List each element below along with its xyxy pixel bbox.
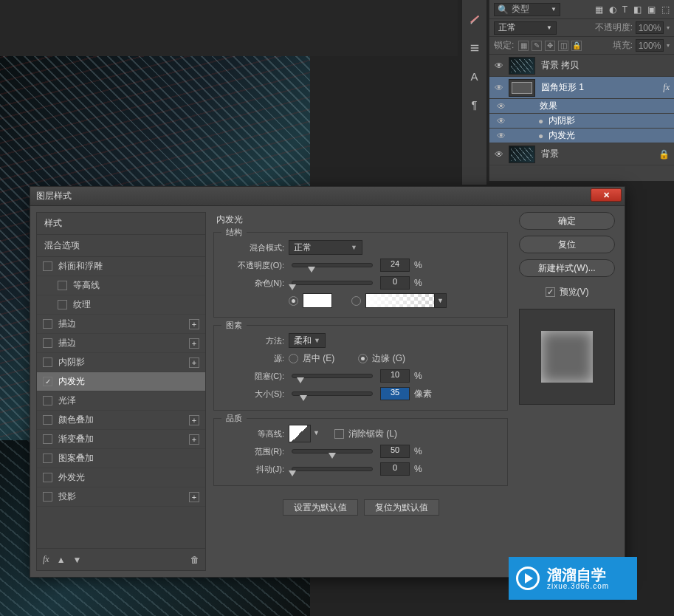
chevron-down-icon[interactable]: ▾ bbox=[667, 42, 670, 49]
ok-button[interactable]: 确定 bbox=[519, 212, 615, 230]
style-item[interactable]: 纹理 bbox=[37, 295, 205, 315]
lock-pos-icon[interactable]: ✥ bbox=[545, 41, 555, 51]
new-style-button[interactable]: 新建样式(W)... bbox=[519, 259, 615, 277]
choke-slider[interactable] bbox=[292, 374, 373, 378]
effect-group[interactable]: 👁 效果 bbox=[489, 99, 674, 114]
preview-toggle[interactable]: 预览(V) bbox=[546, 286, 589, 298]
technique-select[interactable]: 柔和▼ bbox=[289, 333, 326, 348]
style-item[interactable]: 光泽 bbox=[37, 391, 205, 411]
paragraph-panel-icon[interactable]: ¶ bbox=[466, 95, 484, 113]
visibility-icon[interactable]: 👁 bbox=[492, 116, 510, 126]
style-checkbox[interactable] bbox=[43, 377, 52, 386]
fill-value[interactable]: 100% bbox=[636, 39, 664, 52]
noise-slider[interactable] bbox=[292, 281, 373, 285]
style-checkbox[interactable] bbox=[43, 338, 52, 348]
add-effect-icon[interactable]: + bbox=[189, 492, 199, 502]
chevron-down-icon[interactable]: ▼ bbox=[313, 429, 320, 437]
gradient-swatch[interactable]: ▼ bbox=[365, 293, 447, 308]
add-effect-icon[interactable]: + bbox=[189, 338, 199, 349]
lock-trans-icon[interactable]: ▦ bbox=[518, 41, 529, 51]
style-checkbox[interactable] bbox=[43, 261, 52, 271]
layer-row[interactable]: 👁 背景 🔒 bbox=[489, 143, 674, 165]
opacity-value[interactable]: 100% bbox=[636, 21, 664, 34]
character-panel-icon[interactable]: A bbox=[466, 67, 484, 85]
layer-thumbnail[interactable] bbox=[509, 57, 535, 75]
choke-input[interactable]: 10 bbox=[380, 369, 410, 383]
dialog-titlebar[interactable]: 图层样式 ✕ bbox=[30, 187, 625, 206]
effect-item[interactable]: 👁 ● 内发光 bbox=[489, 129, 674, 143]
gradient-radio[interactable] bbox=[351, 296, 361, 306]
style-item[interactable]: 内发光 bbox=[37, 372, 205, 391]
reset-button[interactable]: 复位 bbox=[519, 236, 615, 253]
filter-pixel-icon[interactable]: ▦ bbox=[595, 4, 603, 15]
effect-item[interactable]: 👁 ● 内阴影 bbox=[489, 114, 674, 129]
visibility-icon[interactable]: 👁 bbox=[492, 101, 510, 112]
style-item[interactable]: 图案叠加 bbox=[37, 449, 205, 468]
blending-options[interactable]: 混合选项 bbox=[37, 235, 205, 257]
blend-mode-select[interactable]: 正常 ▼ bbox=[494, 21, 557, 35]
styles-header[interactable]: 样式 bbox=[37, 213, 205, 235]
color-swatch[interactable] bbox=[303, 293, 332, 308]
style-item[interactable]: 描边+ bbox=[37, 334, 205, 353]
range-input[interactable]: 50 bbox=[380, 445, 410, 458]
move-down-icon[interactable]: ▼ bbox=[73, 555, 82, 565]
antialias-checkbox[interactable] bbox=[334, 429, 344, 439]
lock-pixels-icon[interactable]: ✎ bbox=[532, 41, 542, 51]
style-item[interactable]: 外发光 bbox=[37, 468, 205, 487]
style-item[interactable]: 投影+ bbox=[37, 487, 205, 507]
layer-row[interactable]: 👁 圆角矩形 1 fx bbox=[489, 77, 674, 99]
style-checkbox[interactable] bbox=[58, 281, 67, 290]
add-effect-icon[interactable]: + bbox=[189, 415, 199, 425]
style-item[interactable]: 斜面和浮雕 bbox=[37, 257, 205, 276]
jitter-slider[interactable] bbox=[292, 467, 373, 471]
contour-picker[interactable]: ▼ bbox=[289, 425, 311, 442]
layer-thumbnail[interactable] bbox=[509, 146, 535, 163]
filter-artboard-icon[interactable]: ⬚ bbox=[661, 4, 670, 15]
filter-shape-icon[interactable]: ◧ bbox=[633, 4, 642, 15]
opacity-input[interactable]: 24 bbox=[380, 259, 410, 272]
style-checkbox[interactable] bbox=[43, 357, 52, 367]
style-checkbox[interactable] bbox=[43, 492, 52, 502]
style-checkbox[interactable] bbox=[43, 454, 52, 463]
range-slider[interactable] bbox=[292, 449, 373, 454]
style-item[interactable]: 描边+ bbox=[37, 315, 205, 334]
panel-icon[interactable] bbox=[466, 39, 484, 57]
style-item[interactable]: 颜色叠加+ bbox=[37, 411, 205, 430]
style-checkbox[interactable] bbox=[43, 319, 52, 329]
filter-type-icon[interactable]: T bbox=[622, 4, 627, 15]
source-edge-radio[interactable] bbox=[358, 354, 368, 363]
lock-nest-icon[interactable]: ◫ bbox=[558, 41, 568, 51]
fx-badge[interactable]: fx bbox=[663, 82, 670, 93]
chevron-down-icon[interactable]: ▾ bbox=[667, 24, 670, 31]
visibility-icon[interactable]: 👁 bbox=[489, 149, 509, 160]
blend-mode-select[interactable]: 正常▼ bbox=[289, 240, 362, 255]
make-default-button[interactable]: 设置为默认值 bbox=[283, 499, 358, 516]
chevron-down-icon[interactable]: ▼ bbox=[434, 294, 446, 307]
visibility-icon[interactable]: 👁 bbox=[492, 131, 510, 141]
move-up-icon[interactable]: ▲ bbox=[57, 555, 66, 565]
trash-icon[interactable]: 🗑 bbox=[190, 555, 199, 565]
close-button[interactable]: ✕ bbox=[591, 188, 622, 202]
brush-stroke-icon[interactable] bbox=[466, 11, 484, 29]
style-checkbox[interactable] bbox=[43, 473, 52, 482]
opacity-slider[interactable] bbox=[292, 263, 373, 267]
noise-input[interactable]: 0 bbox=[380, 276, 410, 290]
visibility-icon[interactable]: 👁 bbox=[489, 61, 509, 71]
style-item[interactable]: 内阴影+ bbox=[37, 353, 205, 372]
style-checkbox[interactable] bbox=[58, 300, 67, 309]
size-input[interactable]: 35 bbox=[380, 387, 410, 400]
lock-all-icon[interactable]: 🔒 bbox=[571, 41, 582, 51]
reset-default-button[interactable]: 复位为默认值 bbox=[364, 499, 439, 516]
filter-smart-icon[interactable]: ▣ bbox=[647, 4, 656, 15]
color-radio[interactable] bbox=[289, 296, 298, 306]
style-item[interactable]: 渐变叠加+ bbox=[37, 430, 205, 449]
visibility-icon[interactable]: 👁 bbox=[489, 83, 509, 93]
fx-menu-icon[interactable]: fx bbox=[43, 554, 49, 565]
layer-thumbnail[interactable] bbox=[509, 79, 535, 97]
add-effect-icon[interactable]: + bbox=[189, 357, 199, 368]
style-checkbox[interactable] bbox=[43, 415, 52, 425]
source-center-radio[interactable] bbox=[289, 354, 298, 363]
style-checkbox[interactable] bbox=[43, 434, 52, 444]
style-checkbox[interactable] bbox=[43, 396, 52, 405]
layer-row[interactable]: 👁 背景 拷贝 bbox=[489, 55, 674, 77]
